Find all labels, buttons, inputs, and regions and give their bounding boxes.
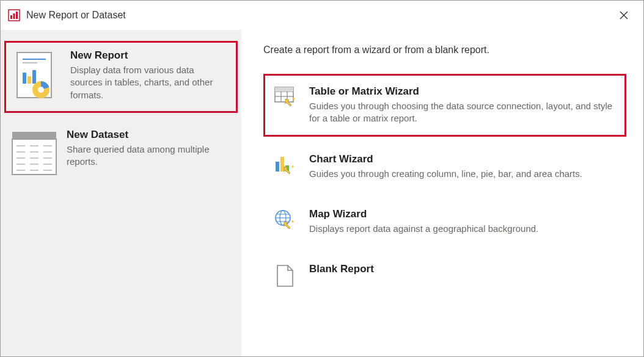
sidebar-item-desc: Display data from various data sources i… [70, 64, 227, 101]
svg-rect-3 [16, 12, 18, 19]
titlebar: New Report or Dataset [1, 1, 643, 30]
blank-report-icon [274, 263, 297, 289]
svg-rect-2 [13, 13, 15, 19]
option-desc: Guides you through choosing the data sou… [309, 100, 616, 125]
svg-rect-1 [10, 15, 12, 19]
svg-marker-52 [284, 222, 290, 229]
sidebar-item-new-dataset[interactable]: New Dataset Share queried data among mul… [1, 120, 241, 184]
sidebar-item-title: New Report [70, 49, 227, 62]
svg-rect-12 [32, 70, 36, 84]
report-thumb-icon [14, 49, 62, 104]
window-title: New Report or Dataset [26, 10, 612, 21]
svg-rect-41 [276, 162, 279, 171]
option-title: Chart Wizard [309, 153, 616, 165]
option-title: Map Wizard [309, 208, 616, 220]
svg-rect-42 [280, 157, 284, 171]
svg-rect-16 [12, 139, 56, 175]
sidebar-item-desc: Share queried data among multiple report… [67, 143, 230, 168]
intro-text: Create a report from a wizard or from a … [263, 45, 626, 56]
main-panel: Create a report from a wizard or from a … [241, 30, 643, 356]
dialog-window: New Report or Dataset [0, 0, 644, 357]
svg-rect-15 [12, 132, 56, 139]
close-button[interactable] [612, 3, 636, 27]
app-icon [8, 9, 20, 21]
option-desc: Displays report data against a geographi… [309, 223, 616, 235]
option-table-matrix-wizard[interactable]: Table or Matrix Wizard Guides you throug… [263, 74, 626, 137]
sidebar: New Report Display data from various dat… [1, 30, 241, 356]
option-desc: Guides you through creating column, line… [309, 168, 616, 180]
svg-rect-37 [275, 87, 293, 92]
svg-point-14 [38, 87, 44, 93]
map-wizard-icon [274, 208, 297, 235]
sidebar-item-title: New Dataset [67, 129, 230, 141]
option-map-wizard[interactable]: Map Wizard Displays report data against … [263, 197, 626, 247]
svg-rect-11 [27, 76, 31, 84]
svg-rect-10 [23, 73, 26, 84]
dataset-thumb-icon [10, 129, 58, 175]
dialog-body: New Report Display data from various dat… [1, 30, 643, 356]
option-title: Blank Report [309, 263, 616, 275]
svg-marker-44 [284, 167, 290, 174]
option-chart-wizard[interactable]: Chart Wizard Guides you through creating… [263, 142, 626, 192]
sidebar-item-new-report[interactable]: New Report Display data from various dat… [4, 41, 238, 113]
chart-wizard-icon [274, 153, 297, 180]
option-blank-report[interactable]: Blank Report [263, 251, 626, 300]
table-wizard-icon [274, 85, 297, 125]
option-title: Table or Matrix Wizard [309, 85, 616, 98]
